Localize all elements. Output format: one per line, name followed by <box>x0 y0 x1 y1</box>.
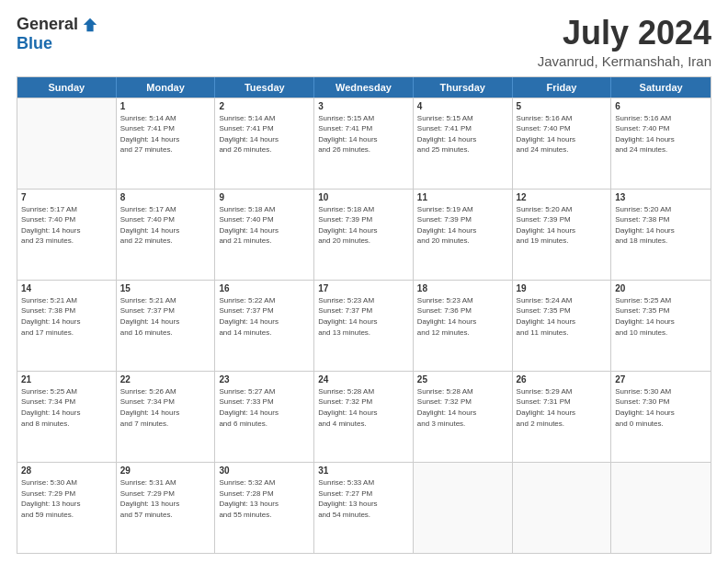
svg-marker-0 <box>84 17 97 30</box>
calendar-cell: 28Sunrise: 5:30 AM Sunset: 7:29 PM Dayli… <box>17 463 117 553</box>
day-number: 26 <box>517 374 608 385</box>
calendar-cell: 29Sunrise: 5:31 AM Sunset: 7:29 PM Dayli… <box>117 463 216 553</box>
day-number: 27 <box>615 374 707 385</box>
location-title: Javanrud, Kermanshah, Iran <box>538 53 711 69</box>
calendar-cell: 21Sunrise: 5:25 AM Sunset: 7:34 PM Dayli… <box>17 372 117 462</box>
day-number: 21 <box>21 374 112 385</box>
calendar-cell: 5Sunrise: 5:16 AM Sunset: 7:40 PM Daylig… <box>513 98 612 189</box>
calendar-cell: 22Sunrise: 5:26 AM Sunset: 7:34 PM Dayli… <box>117 372 216 462</box>
day-info: Sunrise: 5:25 AM Sunset: 7:35 PM Dayligh… <box>615 295 707 338</box>
day-info: Sunrise: 5:30 AM Sunset: 7:30 PM Dayligh… <box>615 386 707 429</box>
logo-general: General <box>17 15 78 34</box>
day-number: 7 <box>21 192 112 202</box>
day-info: Sunrise: 5:15 AM Sunset: 7:41 PM Dayligh… <box>417 113 508 155</box>
day-info: Sunrise: 5:18 AM Sunset: 7:40 PM Dayligh… <box>219 204 310 247</box>
day-number: 28 <box>21 465 112 476</box>
day-info: Sunrise: 5:20 AM Sunset: 7:38 PM Dayligh… <box>615 204 707 247</box>
day-info: Sunrise: 5:22 AM Sunset: 7:37 PM Dayligh… <box>219 295 310 338</box>
day-number: 29 <box>120 465 211 476</box>
day-number: 31 <box>318 465 409 476</box>
calendar-week: 28Sunrise: 5:30 AM Sunset: 7:29 PM Dayli… <box>17 462 711 553</box>
calendar-cell: 18Sunrise: 5:23 AM Sunset: 7:36 PM Dayli… <box>414 281 513 371</box>
day-info: Sunrise: 5:17 AM Sunset: 7:40 PM Dayligh… <box>21 204 112 247</box>
calendar-cell: 26Sunrise: 5:29 AM Sunset: 7:31 PM Dayli… <box>513 372 612 462</box>
calendar-cell <box>513 463 612 553</box>
calendar-cell: 15Sunrise: 5:21 AM Sunset: 7:37 PM Dayli… <box>117 281 216 371</box>
calendar-cell: 10Sunrise: 5:18 AM Sunset: 7:39 PM Dayli… <box>314 190 414 280</box>
day-number: 13 <box>615 192 707 202</box>
calendar-cell: 16Sunrise: 5:22 AM Sunset: 7:37 PM Dayli… <box>215 281 314 371</box>
day-info: Sunrise: 5:23 AM Sunset: 7:37 PM Dayligh… <box>318 295 409 338</box>
day-info: Sunrise: 5:24 AM Sunset: 7:35 PM Dayligh… <box>517 295 608 338</box>
weekday-header: Tuesday <box>215 77 314 98</box>
calendar-cell: 17Sunrise: 5:23 AM Sunset: 7:37 PM Dayli… <box>314 281 414 371</box>
day-info: Sunrise: 5:30 AM Sunset: 7:29 PM Dayligh… <box>21 477 112 520</box>
calendar-cell: 27Sunrise: 5:30 AM Sunset: 7:30 PM Dayli… <box>611 372 711 462</box>
month-title: July 2024 <box>538 15 711 52</box>
day-info: Sunrise: 5:14 AM Sunset: 7:41 PM Dayligh… <box>120 113 211 155</box>
calendar-cell: 19Sunrise: 5:24 AM Sunset: 7:35 PM Dayli… <box>513 281 612 371</box>
day-number: 20 <box>615 283 707 293</box>
weekday-header: Sunday <box>17 77 117 98</box>
title-block: July 2024 Javanrud, Kermanshah, Iran <box>538 15 711 69</box>
logo-icon <box>82 17 98 33</box>
calendar-cell: 23Sunrise: 5:27 AM Sunset: 7:33 PM Dayli… <box>215 372 314 462</box>
weekday-header: Friday <box>513 77 612 98</box>
weekday-header: Wednesday <box>314 77 414 98</box>
day-number: 10 <box>318 192 409 202</box>
calendar-cell <box>611 463 711 553</box>
weekday-header: Saturday <box>611 77 711 98</box>
day-number: 14 <box>21 283 112 293</box>
calendar-cell <box>17 98 117 189</box>
calendar-header: SundayMondayTuesdayWednesdayThursdayFrid… <box>17 77 711 98</box>
calendar-cell: 13Sunrise: 5:20 AM Sunset: 7:38 PM Dayli… <box>611 190 711 280</box>
day-number: 17 <box>318 283 409 293</box>
calendar-cell: 14Sunrise: 5:21 AM Sunset: 7:38 PM Dayli… <box>17 281 117 371</box>
day-number: 25 <box>417 374 508 385</box>
calendar-cell: 4Sunrise: 5:15 AM Sunset: 7:41 PM Daylig… <box>414 98 513 189</box>
calendar-cell <box>414 463 513 553</box>
calendar-body: 1Sunrise: 5:14 AM Sunset: 7:41 PM Daylig… <box>17 98 711 553</box>
day-info: Sunrise: 5:14 AM Sunset: 7:41 PM Dayligh… <box>219 113 310 155</box>
day-info: Sunrise: 5:26 AM Sunset: 7:34 PM Dayligh… <box>120 386 211 429</box>
day-info: Sunrise: 5:18 AM Sunset: 7:39 PM Dayligh… <box>318 204 409 247</box>
day-number: 30 <box>219 465 310 476</box>
calendar-cell: 3Sunrise: 5:15 AM Sunset: 7:41 PM Daylig… <box>314 98 414 189</box>
day-number: 5 <box>517 101 608 111</box>
day-number: 24 <box>318 374 409 385</box>
day-info: Sunrise: 5:17 AM Sunset: 7:40 PM Dayligh… <box>120 204 211 247</box>
day-info: Sunrise: 5:29 AM Sunset: 7:31 PM Dayligh… <box>517 386 608 429</box>
calendar-cell: 6Sunrise: 5:16 AM Sunset: 7:40 PM Daylig… <box>611 98 711 189</box>
day-number: 12 <box>517 192 608 202</box>
calendar-week: 14Sunrise: 5:21 AM Sunset: 7:38 PM Dayli… <box>17 280 711 371</box>
calendar-cell: 9Sunrise: 5:18 AM Sunset: 7:40 PM Daylig… <box>215 190 314 280</box>
day-number: 23 <box>219 374 310 385</box>
day-number: 1 <box>120 101 211 111</box>
day-number: 4 <box>417 101 508 111</box>
day-info: Sunrise: 5:25 AM Sunset: 7:34 PM Dayligh… <box>21 386 112 429</box>
day-info: Sunrise: 5:23 AM Sunset: 7:36 PM Dayligh… <box>417 295 508 338</box>
calendar-cell: 8Sunrise: 5:17 AM Sunset: 7:40 PM Daylig… <box>117 190 216 280</box>
calendar-week: 7Sunrise: 5:17 AM Sunset: 7:40 PM Daylig… <box>17 189 711 280</box>
day-number: 2 <box>219 101 310 111</box>
day-number: 22 <box>120 374 211 385</box>
day-info: Sunrise: 5:16 AM Sunset: 7:40 PM Dayligh… <box>517 113 608 155</box>
calendar-cell: 12Sunrise: 5:20 AM Sunset: 7:39 PM Dayli… <box>513 190 612 280</box>
day-number: 9 <box>219 192 310 202</box>
day-number: 3 <box>318 101 409 111</box>
calendar-cell: 24Sunrise: 5:28 AM Sunset: 7:32 PM Dayli… <box>314 372 414 462</box>
calendar-cell: 31Sunrise: 5:33 AM Sunset: 7:27 PM Dayli… <box>314 463 414 553</box>
day-info: Sunrise: 5:19 AM Sunset: 7:39 PM Dayligh… <box>417 204 508 247</box>
day-number: 11 <box>417 192 508 202</box>
weekday-header: Thursday <box>414 77 513 98</box>
calendar-cell: 20Sunrise: 5:25 AM Sunset: 7:35 PM Dayli… <box>611 281 711 371</box>
day-number: 16 <box>219 283 310 293</box>
day-info: Sunrise: 5:32 AM Sunset: 7:28 PM Dayligh… <box>219 477 310 520</box>
day-info: Sunrise: 5:28 AM Sunset: 7:32 PM Dayligh… <box>318 386 409 429</box>
day-info: Sunrise: 5:21 AM Sunset: 7:37 PM Dayligh… <box>120 295 211 338</box>
day-info: Sunrise: 5:20 AM Sunset: 7:39 PM Dayligh… <box>517 204 608 247</box>
day-number: 8 <box>120 192 211 202</box>
logo: General Blue <box>17 15 98 53</box>
calendar-week: 1Sunrise: 5:14 AM Sunset: 7:41 PM Daylig… <box>17 98 711 189</box>
day-info: Sunrise: 5:27 AM Sunset: 7:33 PM Dayligh… <box>219 386 310 429</box>
